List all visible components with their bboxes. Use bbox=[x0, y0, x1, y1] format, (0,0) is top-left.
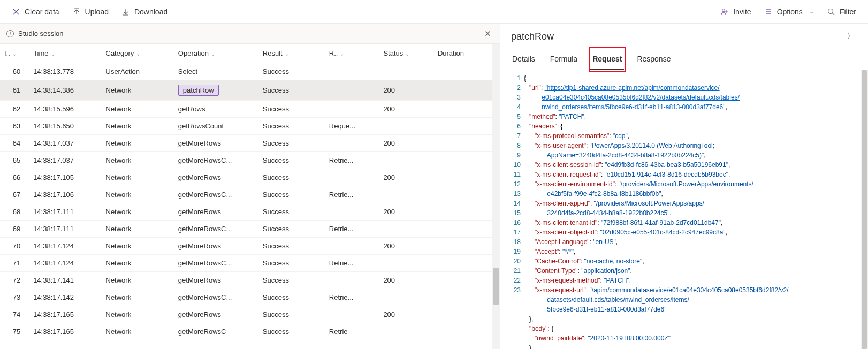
cell-operation: getMoreRowsC... bbox=[174, 152, 258, 169]
cell-time: 14:38:14.386 bbox=[29, 80, 101, 101]
cell-status bbox=[379, 221, 433, 238]
cell-index: 70 bbox=[0, 238, 29, 255]
code-vertical-scrollbar[interactable] bbox=[861, 70, 868, 349]
vertical-scrollbar[interactable] bbox=[492, 44, 500, 349]
upload-button[interactable]: Upload bbox=[67, 4, 114, 19]
cell-index: 60 bbox=[0, 63, 29, 80]
table-row[interactable]: 7114:38:17.124NetworkgetMoreRowsC...Succ… bbox=[0, 255, 500, 272]
table-row[interactable]: 6514:38:17.037NetworkgetMoreRowsC...Succ… bbox=[0, 152, 500, 169]
cell-category: Network bbox=[102, 238, 174, 255]
table-row[interactable]: 7314:38:17.142NetworkgetMoreRowsC...Succ… bbox=[0, 289, 500, 306]
cell-r: Retrie... bbox=[325, 221, 379, 238]
cell-operation: getMoreRows bbox=[174, 238, 258, 255]
table-row[interactable]: 6614:38:17.105NetworkgetMoreRowsSuccess2… bbox=[0, 169, 500, 186]
svg-point-1 bbox=[828, 9, 833, 13]
tab-request[interactable]: Request bbox=[591, 49, 623, 70]
cell-r bbox=[325, 203, 379, 221]
table-row[interactable]: 6014:38:13.778UserActionSelectSuccess bbox=[0, 63, 500, 80]
cell-operation: getMoreRows bbox=[174, 272, 258, 289]
column-r[interactable]: R..⌄ bbox=[325, 44, 379, 63]
cell-index: 72 bbox=[0, 272, 29, 289]
chevron-down-icon: ⌄ bbox=[405, 51, 409, 57]
cell-duration bbox=[433, 289, 500, 306]
code-scrollbar-thumb[interactable] bbox=[862, 70, 867, 349]
column-result[interactable]: Result⌄ bbox=[258, 44, 325, 63]
column-duration[interactable]: Duration bbox=[433, 44, 500, 63]
cell-time: 14:38:17.124 bbox=[29, 238, 101, 255]
cell-operation: patchRow bbox=[174, 80, 258, 101]
cell-index: 75 bbox=[0, 323, 29, 340]
cell-status bbox=[379, 118, 433, 135]
options-button[interactable]: Options ⌄ bbox=[759, 4, 819, 19]
scrollbar-thumb[interactable] bbox=[493, 268, 499, 305]
table-row[interactable]: 6414:38:17.037NetworkgetMoreRowsSuccess2… bbox=[0, 135, 500, 152]
cell-index: 74 bbox=[0, 306, 29, 323]
tab-details[interactable]: Details bbox=[511, 49, 536, 70]
cell-category: Network bbox=[102, 272, 174, 289]
tab-formula[interactable]: Formula bbox=[549, 49, 578, 70]
cell-result: Success bbox=[258, 323, 325, 340]
cell-status: 200 bbox=[379, 272, 433, 289]
table-row[interactable]: 6914:38:17.111NetworkgetMoreRowsC...Succ… bbox=[0, 221, 500, 238]
cell-operation: getMoreRows bbox=[174, 306, 258, 323]
cell-status bbox=[379, 186, 433, 203]
cell-r bbox=[325, 135, 379, 152]
cell-result: Success bbox=[258, 152, 325, 169]
cell-index: 66 bbox=[0, 169, 29, 186]
cell-duration bbox=[433, 203, 500, 221]
detail-title: patchRow bbox=[511, 31, 554, 42]
cell-index: 69 bbox=[0, 221, 29, 238]
column-index[interactable]: I..⌄ bbox=[0, 44, 29, 63]
cell-result: Success bbox=[258, 135, 325, 152]
cell-r: Retrie... bbox=[325, 152, 379, 169]
tab-response[interactable]: Response bbox=[636, 49, 672, 70]
column-status[interactable]: Status⌄ bbox=[379, 44, 433, 63]
column-time[interactable]: Time⌄ bbox=[29, 44, 101, 63]
detail-tabs: Details Formula Request Response bbox=[500, 49, 868, 70]
cell-status: 200 bbox=[379, 135, 433, 152]
cell-operation: getMoreRows bbox=[174, 203, 258, 221]
clear-data-label: Clear data bbox=[25, 7, 59, 16]
table-row[interactable]: 7014:38:17.124NetworkgetMoreRowsSuccess2… bbox=[0, 238, 500, 255]
cell-duration bbox=[433, 221, 500, 238]
table-row[interactable]: 7214:38:17.141NetworkgetMoreRowsSuccess2… bbox=[0, 272, 500, 289]
table-row[interactable]: 6114:38:14.386NetworkpatchRowSuccess200 bbox=[0, 80, 500, 101]
table-row[interactable]: 7414:38:17.165NetworkgetMoreRowsSuccess2… bbox=[0, 306, 500, 323]
clear-data-button[interactable]: Clear data bbox=[6, 4, 65, 19]
cell-duration bbox=[433, 186, 500, 203]
column-operation[interactable]: Operation⌄ bbox=[174, 44, 258, 63]
cell-result: Success bbox=[258, 306, 325, 323]
cell-operation: getMoreRowsC bbox=[174, 323, 258, 340]
cell-duration bbox=[433, 135, 500, 152]
cell-time: 14:38:13.778 bbox=[29, 63, 101, 80]
cell-category: Network bbox=[102, 203, 174, 221]
cell-status bbox=[379, 323, 433, 340]
cell-result: Success bbox=[258, 289, 325, 306]
filter-button[interactable]: Filter bbox=[821, 4, 862, 19]
cell-time: 14:38:17.165 bbox=[29, 306, 101, 323]
cell-category: Network bbox=[102, 221, 174, 238]
close-session-button[interactable]: ✕ bbox=[482, 27, 493, 41]
chevron-down-icon: ⌄ bbox=[285, 51, 289, 57]
cell-status bbox=[379, 152, 433, 169]
table-row[interactable]: 6314:38:15.650NetworkgetRowsCountSuccess… bbox=[0, 118, 500, 135]
cell-time: 14:38:17.124 bbox=[29, 255, 101, 272]
request-code[interactable]: 1−234−567891011121314151617181920−212223… bbox=[500, 70, 868, 349]
cell-duration bbox=[433, 80, 500, 101]
table-row[interactable]: 6714:38:17.106NetworkgetMoreRowsC...Succ… bbox=[0, 186, 500, 203]
chevron-right-icon[interactable]: 〉 bbox=[844, 29, 857, 44]
cell-result: Success bbox=[258, 221, 325, 238]
download-button[interactable]: Download bbox=[116, 4, 173, 19]
cell-status bbox=[379, 289, 433, 306]
cell-operation: getRowsCount bbox=[174, 118, 258, 135]
table-row[interactable]: 6214:38:15.596NetworkgetRowsSuccess200 bbox=[0, 101, 500, 118]
cell-operation: getMoreRowsC... bbox=[174, 289, 258, 306]
table-row[interactable]: 6814:38:17.111NetworkgetMoreRowsSuccess2… bbox=[0, 203, 500, 221]
invite-button[interactable]: Invite bbox=[715, 4, 756, 19]
table-row[interactable]: 7514:38:17.165NetworkgetMoreRowsCSuccess… bbox=[0, 323, 500, 340]
chevron-down-icon: ⌄ bbox=[51, 51, 55, 57]
cell-index: 67 bbox=[0, 186, 29, 203]
cell-result: Success bbox=[258, 186, 325, 203]
chevron-down-icon: ⌄ bbox=[136, 51, 140, 57]
column-category[interactable]: Category⌄ bbox=[102, 44, 174, 63]
